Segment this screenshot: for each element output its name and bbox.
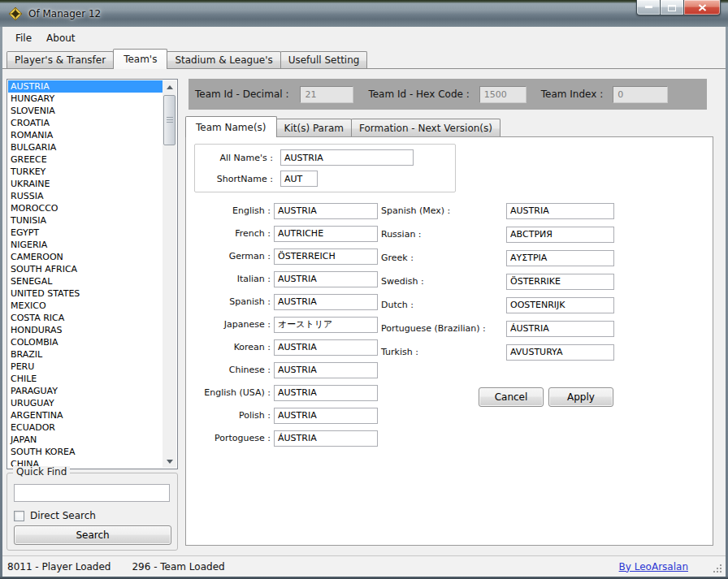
language-input[interactable] — [506, 250, 614, 266]
language-input[interactable] — [274, 294, 378, 310]
direct-search-label: Direct Search — [30, 510, 96, 521]
list-item[interactable]: HONDURAS — [8, 324, 162, 336]
list-item[interactable]: SENEGAL — [8, 275, 162, 287]
list-scrollbar[interactable] — [162, 80, 176, 468]
language-input[interactable] — [274, 317, 378, 333]
scroll-up-button[interactable] — [162, 80, 176, 93]
list-item[interactable]: URUGUAY — [8, 397, 162, 409]
window-controls — [636, 0, 721, 15]
list-item[interactable]: MOROCCO — [8, 202, 162, 214]
list-item[interactable]: RUSSIA — [8, 190, 162, 202]
list-item[interactable]: PARAGUAY — [8, 385, 162, 397]
list-item[interactable]: MEXICO — [8, 300, 162, 312]
tab-team-names[interactable]: Team Name(s) — [185, 116, 277, 137]
list-item[interactable]: CROATIA — [8, 117, 162, 129]
search-button[interactable]: Search — [14, 525, 171, 545]
direct-search-checkbox[interactable] — [14, 511, 24, 521]
language-input[interactable] — [274, 430, 378, 447]
team-id-decimal-label: Team Id - Decimal : — [195, 89, 288, 100]
list-item[interactable]: CHILE — [8, 373, 162, 385]
language-input[interactable] — [274, 339, 378, 356]
menu-file[interactable]: File — [8, 30, 39, 46]
language-input[interactable] — [506, 274, 614, 290]
list-item[interactable]: EGYPT — [8, 227, 162, 239]
titlebar[interactable]: Of Manager 12 — [0, 0, 728, 27]
language-field-row: Polish : — [188, 407, 378, 424]
team-list[interactable]: AUSTRIA HUNGARY SLOVENIA CROATIA ROMANIA… — [8, 80, 162, 468]
minimize-button[interactable] — [636, 0, 661, 15]
list-item[interactable]: SOUTH AFRICA — [8, 263, 162, 275]
list-item[interactable]: COLOMBIA — [8, 336, 162, 348]
language-input[interactable] — [274, 203, 378, 219]
language-input[interactable] — [274, 226, 378, 242]
list-item[interactable]: JAPAN — [8, 434, 162, 446]
language-input[interactable] — [506, 203, 614, 219]
scroll-thumb[interactable] — [163, 95, 176, 145]
language-input[interactable] — [506, 227, 614, 243]
team-index-group: Team Index : — [526, 86, 668, 103]
language-input[interactable] — [506, 321, 614, 337]
team-id-hex-label: Team Id - Hex Code : — [368, 89, 469, 100]
team-id-decimal-group: Team Id - Decimal : — [188, 86, 353, 103]
credit-link[interactable]: By LeoArsalan — [619, 561, 688, 573]
resize-grip-icon[interactable] — [713, 564, 722, 573]
list-item[interactable]: TURKEY — [8, 166, 162, 178]
teams-loaded-status: 296 - Team Loaded — [132, 561, 224, 573]
language-label: Korean : — [188, 342, 271, 352]
short-name-row: ShortName : — [195, 171, 455, 187]
list-item[interactable]: UNITED STATES — [8, 287, 162, 300]
arrow-down-icon — [167, 460, 173, 464]
list-item[interactable]: UKRAINE — [8, 178, 162, 190]
maximize-button[interactable] — [661, 0, 683, 15]
language-field-row: Korean : — [188, 339, 378, 356]
language-input[interactable] — [274, 248, 378, 265]
list-item[interactable]: SLOVENIA — [8, 105, 162, 117]
tab-formation-next-versions[interactable]: Formation - Next Version(s) — [351, 119, 500, 136]
language-label: Portoguese : — [188, 433, 271, 443]
app-logo-icon — [8, 6, 23, 21]
language-column-left: English : French : German : Italian : — [188, 202, 378, 452]
list-item[interactable]: CAMEROON — [8, 251, 162, 263]
language-input[interactable] — [506, 344, 614, 361]
list-item[interactable]: COSTA RICA — [8, 312, 162, 324]
list-item[interactable]: ECUADOR — [8, 421, 162, 434]
form-buttons: Cancel Apply — [479, 387, 613, 407]
list-item[interactable]: ROMANIA — [8, 129, 162, 141]
language-input[interactable] — [274, 362, 378, 378]
scroll-down-button[interactable] — [162, 455, 176, 468]
list-item[interactable]: GREECE — [8, 153, 162, 166]
list-item[interactable]: PERU — [8, 361, 162, 373]
tab-stadium-leagues[interactable]: Stadium & League's — [167, 51, 280, 68]
list-item[interactable]: SOUTH KOREA — [8, 446, 162, 458]
language-field-row: Spanish (Mex) : — [381, 202, 614, 219]
short-name-input[interactable] — [280, 171, 318, 187]
quick-find-input[interactable] — [14, 484, 170, 502]
all-names-input[interactable] — [280, 149, 414, 166]
list-item[interactable]: HUNGARY — [8, 93, 162, 105]
language-field-row: English : — [188, 202, 378, 219]
tab-usefull-setting[interactable]: Usefull Setting — [280, 51, 368, 68]
list-item[interactable]: BRAZIL — [8, 348, 162, 361]
tab-players-transfer[interactable]: Player's & Transfer — [6, 51, 114, 68]
language-input[interactable] — [274, 408, 378, 424]
language-input[interactable] — [274, 385, 378, 401]
language-input[interactable] — [506, 297, 614, 313]
list-item[interactable]: NIGERIA — [8, 239, 162, 251]
menu-about[interactable]: About — [39, 30, 82, 46]
tab-teams[interactable]: Team's — [113, 49, 167, 69]
all-names-row: All Name's : — [195, 149, 455, 166]
language-field-row: Turkish : — [381, 344, 614, 361]
language-field-row: Spanish : — [188, 293, 378, 310]
close-button[interactable] — [683, 0, 721, 15]
list-item[interactable]: AUSTRIA — [8, 80, 162, 93]
cancel-button[interactable]: Cancel — [479, 387, 544, 407]
tab-kits-param[interactable]: Kit(s) Param — [276, 119, 352, 136]
language-field-row: Japanese : — [188, 316, 378, 333]
language-input[interactable] — [274, 271, 378, 287]
menubar: File About — [2, 29, 726, 47]
apply-button[interactable]: Apply — [548, 387, 613, 407]
list-item[interactable]: ARGENTINA — [8, 409, 162, 421]
list-item[interactable]: BULGARIA — [8, 141, 162, 153]
language-label: Portuguese (Brazilian) : — [381, 323, 506, 334]
list-item[interactable]: TUNISIA — [8, 214, 162, 227]
